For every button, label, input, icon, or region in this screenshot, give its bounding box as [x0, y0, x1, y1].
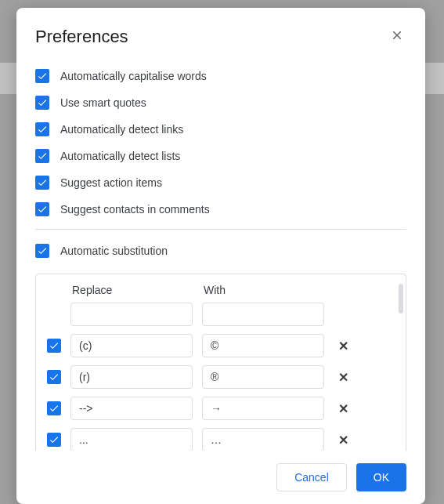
with-input[interactable]: [202, 334, 324, 357]
row-checkbox[interactable]: [47, 401, 61, 415]
auto-substitution-checkbox[interactable]: [35, 244, 49, 258]
with-input[interactable]: [202, 397, 324, 420]
row-checkbox[interactable]: [47, 370, 61, 384]
row-checkbox-slot: [47, 370, 61, 384]
close-icon: ✕: [338, 339, 348, 353]
dialog-body: Automatically capitalise wordsUse smart …: [16, 53, 425, 451]
close-icon: ✕: [338, 402, 348, 415]
option-checkbox[interactable]: [35, 96, 49, 110]
row-checkbox-slot: [47, 339, 61, 353]
close-icon: ✕: [338, 433, 348, 447]
row-checkbox-slot: [47, 433, 61, 447]
auto-substitution-option: Automatic substitution: [35, 237, 406, 264]
dialog-footer: Cancel OK: [16, 451, 425, 504]
close-icon: [390, 28, 404, 46]
cancel-button[interactable]: Cancel: [276, 463, 347, 491]
divider: [35, 229, 406, 230]
option-label: Automatically detect links: [60, 123, 183, 136]
replace-column-header: Replace: [72, 284, 204, 296]
substitution-row: ✕: [47, 365, 395, 389]
substitution-header: Replace With: [47, 284, 395, 296]
row-checkbox[interactable]: [47, 339, 61, 353]
option-checkbox[interactable]: [35, 69, 49, 83]
option-label: Automatically capitalise words: [60, 70, 207, 82]
replace-input[interactable]: [70, 303, 193, 326]
auto-substitution-label: Automatic substitution: [60, 245, 168, 257]
substitution-row: ✕: [47, 397, 395, 420]
option-row: Use smart quotes: [35, 89, 406, 116]
dialog-title: Preferences: [35, 27, 128, 47]
ok-button[interactable]: OK: [356, 463, 406, 491]
option-label: Automatically detect lists: [60, 150, 180, 162]
option-checkbox[interactable]: [35, 176, 49, 190]
row-checkbox-slot: [47, 401, 61, 415]
option-row: Suggest action items: [35, 169, 406, 196]
substitution-row: ✕: [47, 334, 395, 357]
option-checkbox[interactable]: [35, 122, 49, 136]
row-checkbox[interactable]: [47, 433, 61, 447]
replace-input[interactable]: [70, 397, 193, 420]
delete-row-button[interactable]: ✕: [334, 339, 352, 354]
option-label: Suggest action items: [60, 176, 162, 189]
preferences-dialog: Preferences Automatically capitalise wor…: [16, 8, 425, 504]
with-column-header: With: [204, 284, 335, 296]
with-input[interactable]: [202, 365, 324, 389]
replace-input[interactable]: [70, 428, 193, 451]
option-label: Use smart quotes: [60, 96, 146, 109]
replace-input[interactable]: [70, 334, 193, 357]
option-label: Suggest contacts in comments: [60, 203, 210, 216]
with-input[interactable]: [202, 428, 324, 451]
replace-input[interactable]: [70, 365, 193, 389]
option-row: Suggest contacts in comments: [35, 196, 406, 223]
option-row: Automatically detect lists: [35, 143, 406, 169]
close-icon: ✕: [338, 371, 348, 384]
scrollbar-thumb[interactable]: [399, 284, 403, 314]
close-button[interactable]: [388, 27, 406, 46]
with-input[interactable]: [202, 303, 324, 326]
option-row: Automatically capitalise words: [35, 63, 406, 89]
delete-row-button[interactable]: ✕: [334, 401, 352, 416]
dialog-header: Preferences: [16, 8, 425, 53]
delete-row-button[interactable]: ✕: [334, 433, 352, 448]
substitution-row: [47, 303, 395, 326]
substitution-row: ✕: [47, 428, 395, 451]
delete-row-button[interactable]: ✕: [334, 370, 352, 385]
substitution-table: Replace With ✕✕✕✕: [35, 274, 406, 451]
option-checkbox[interactable]: [35, 149, 49, 163]
option-checkbox[interactable]: [35, 202, 49, 216]
option-row: Automatically detect links: [35, 116, 406, 143]
